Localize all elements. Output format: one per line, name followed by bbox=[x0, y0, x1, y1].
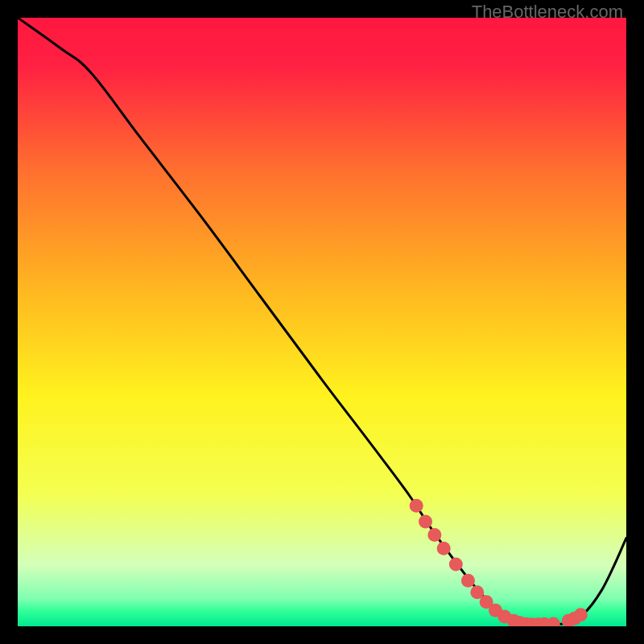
marker-dot bbox=[419, 514, 432, 528]
chart-svg bbox=[18, 18, 626, 626]
gradient-background bbox=[18, 18, 626, 626]
marker-dot bbox=[437, 542, 451, 555]
marker-dot bbox=[461, 574, 475, 588]
marker-dot bbox=[410, 499, 423, 513]
marker-dot bbox=[427, 528, 441, 542]
marker-dot bbox=[449, 557, 463, 571]
watermark-text: TheBottleneck.com bbox=[472, 2, 623, 23]
marker-dot bbox=[574, 608, 588, 621]
